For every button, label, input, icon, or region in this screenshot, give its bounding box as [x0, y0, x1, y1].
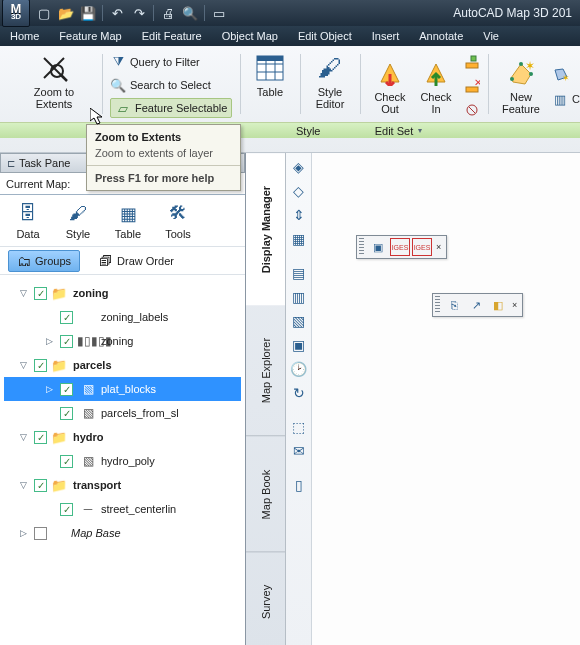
tab-feature-map[interactable]: Feature Map	[49, 26, 131, 46]
editset-tool-1[interactable]	[464, 52, 480, 72]
qat-save-icon[interactable]: 💾	[80, 5, 96, 21]
check-out-button[interactable]: Check Out	[368, 55, 412, 117]
tab-edit-object[interactable]: Edit Object	[288, 26, 362, 46]
tool-tools[interactable]: 🛠Tools	[160, 202, 196, 240]
sidetab-map-explorer[interactable]: Map Explorer	[246, 305, 285, 436]
tab-home[interactable]: Home	[0, 26, 49, 46]
grip-icon[interactable]	[435, 296, 440, 314]
fb-l2-icon[interactable]: ↗	[466, 296, 486, 314]
vt-icon-6[interactable]: ▥	[289, 287, 309, 307]
qat-print-icon[interactable]: 🖨	[160, 5, 176, 21]
sidetab-survey[interactable]: Survey	[246, 552, 285, 645]
tab-edit-feature[interactable]: Edit Feature	[132, 26, 212, 46]
checkbox[interactable]: ✓	[34, 479, 47, 492]
cogo-button[interactable]: ▥COGO	[552, 89, 580, 109]
close-icon[interactable]: ×	[512, 301, 520, 309]
fb-l3-icon[interactable]: ◧	[488, 296, 508, 314]
checkbox[interactable]: ✓	[34, 287, 47, 300]
group-hydro[interactable]: ▽ ✓ 📁 hydro	[4, 425, 241, 449]
application-menu-button[interactable]: M 3D	[2, 0, 30, 27]
panel-edit-set[interactable]: Edit Set	[330, 123, 466, 139]
grip-icon[interactable]	[359, 238, 364, 256]
vt-icon-8[interactable]: ▣	[289, 335, 309, 355]
vt-icon-3[interactable]: ⇕	[289, 205, 309, 225]
tab-draw-order[interactable]: 🗊Draw Order	[90, 250, 183, 272]
floating-toolbar-2[interactable]: ⎘ ↗ ◧ ×	[432, 293, 523, 317]
tab-annotate[interactable]: Annotate	[409, 26, 473, 46]
layer-map-base[interactable]: ▷ ✓ Map Base	[4, 521, 241, 545]
layer-plat-blocks[interactable]: ▷ ✓ ▧ plat_blocks	[4, 377, 241, 401]
drawing-canvas[interactable]: ▣ IGES IGES × ⎘ ↗ ◧ ×	[312, 153, 580, 645]
tool-style[interactable]: 🖌Style	[60, 202, 96, 240]
folder-icon: 📁	[51, 358, 67, 373]
vt-icon-10[interactable]: ↻	[289, 383, 309, 403]
expander-icon[interactable]: ▽	[16, 288, 30, 298]
tool-data[interactable]: 🗄Data	[10, 202, 46, 240]
vt-icon-13[interactable]: ▯	[289, 475, 309, 495]
qat-open-icon[interactable]: 📂	[58, 5, 74, 21]
vt-icon-1[interactable]: ◈	[289, 157, 309, 177]
expander-icon[interactable]: ▷	[42, 336, 56, 346]
vt-icon-2[interactable]: ◇	[289, 181, 309, 201]
expander-icon[interactable]: ▽	[16, 480, 30, 490]
checkbox[interactable]: ✓	[60, 383, 73, 396]
search-to-select-button[interactable]: 🔍Search to Select	[110, 75, 211, 95]
editset-tool-2[interactable]: ✕	[464, 76, 480, 96]
fb-iges2-icon[interactable]: IGES	[412, 238, 432, 256]
group-parcels[interactable]: ▽ ✓ 📁 parcels	[4, 353, 241, 377]
vt-icon-12[interactable]: ✉	[289, 441, 309, 461]
group-transport[interactable]: ▽ ✓ 📁 transport	[4, 473, 241, 497]
tab-view[interactable]: Vie	[473, 26, 509, 46]
query-to-filter-button[interactable]: ⧩Query to Filter	[110, 52, 200, 72]
checkbox[interactable]: ✓	[60, 455, 73, 468]
qat-search-icon[interactable]: 🔍	[182, 5, 198, 21]
table-button[interactable]: Table	[248, 50, 292, 100]
checkbox[interactable]: ✓	[60, 407, 73, 420]
qat-undo-icon[interactable]: ↶	[109, 5, 125, 21]
fb-l1-icon[interactable]: ⎘	[444, 296, 464, 314]
expander-icon[interactable]: ▽	[16, 432, 30, 442]
tool-table[interactable]: ▦Table	[110, 202, 146, 240]
fb-cam-icon[interactable]: ▣	[368, 238, 388, 256]
pin-icon[interactable]: ⊏	[7, 158, 15, 169]
checkbox[interactable]: ✓	[34, 527, 47, 540]
layer-hydro-poly[interactable]: ✓ ▧ hydro_poly	[4, 449, 241, 473]
group-zoning[interactable]: ▽ ✓ 📁 zoning	[4, 281, 241, 305]
layer-street-centerline[interactable]: ✓ ─ street_centerlin	[4, 497, 241, 521]
vt-icon-7[interactable]: ▧	[289, 311, 309, 331]
feature-selectable-button[interactable]: ▱Feature Selectable	[110, 98, 232, 118]
vt-icon-4[interactable]: ▦	[289, 229, 309, 249]
fb-iges-icon[interactable]: IGES	[390, 238, 410, 256]
checkbox[interactable]: ✓	[34, 359, 47, 372]
vt-icon-9[interactable]: 🕑	[289, 359, 309, 379]
tab-groups[interactable]: 🗂Groups	[8, 250, 80, 272]
expander-icon[interactable]: ▽	[16, 360, 30, 370]
vt-icon-5[interactable]: ▤	[289, 263, 309, 283]
zoom-to-extents-button[interactable]: Zoom to Extents	[12, 50, 96, 112]
expander-icon[interactable]: ▷	[42, 384, 56, 394]
create-tool-1[interactable]: ✶	[552, 65, 580, 85]
tab-object-map[interactable]: Object Map	[212, 26, 288, 46]
layer-zoning-labels[interactable]: ✓ zoning_labels	[4, 305, 241, 329]
checkbox[interactable]: ✓	[60, 503, 73, 516]
layer-parcels-from-sl[interactable]: ✓ ▧ parcels_from_sl	[4, 401, 241, 425]
tab-insert[interactable]: Insert	[362, 26, 410, 46]
sidetab-map-book[interactable]: Map Book	[246, 437, 285, 552]
checkbox[interactable]: ✓	[60, 335, 73, 348]
floating-toolbar-1[interactable]: ▣ IGES IGES ×	[356, 235, 447, 259]
vt-icon-11[interactable]: ⬚	[289, 417, 309, 437]
layer-zoning[interactable]: ▷ ✓ ▮▯▮▯▮ zoning	[4, 329, 241, 353]
panel-style[interactable]: Style	[286, 123, 330, 139]
check-in-button[interactable]: Check In	[414, 55, 458, 117]
checkbox[interactable]: ✓	[60, 311, 73, 324]
close-icon[interactable]: ×	[436, 243, 444, 251]
qat-redo-icon[interactable]: ↷	[131, 5, 147, 21]
style-editor-button[interactable]: 🖌 Style Editor	[308, 50, 352, 112]
editset-tool-3[interactable]	[464, 100, 480, 120]
qat-new-icon[interactable]: ▢	[36, 5, 52, 21]
checkbox[interactable]: ✓	[34, 431, 47, 444]
qat-select-icon[interactable]: ▭	[211, 5, 227, 21]
sidetab-display-manager[interactable]: Display Manager	[246, 153, 285, 305]
new-feature-button[interactable]: ✶ New Feature	[496, 55, 546, 117]
expander-icon[interactable]: ▷	[16, 528, 30, 538]
